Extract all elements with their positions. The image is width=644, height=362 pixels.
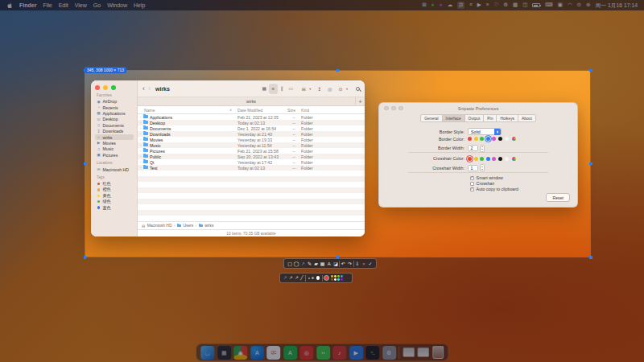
dock-chrome-icon[interactable]: ◉: [233, 346, 247, 360]
dock-wechat-icon[interactable]: ◖◗: [316, 346, 330, 360]
minimize-button[interactable]: [391, 106, 396, 111]
tag-button[interactable]: ◎: [328, 86, 332, 92]
color-swatch-magenta[interactable]: [492, 137, 496, 141]
color-swatch-green[interactable]: [480, 137, 484, 141]
palette-color[interactable]: [331, 275, 333, 278]
palette-color[interactable]: [334, 275, 336, 278]
sidebar-tag-blue[interactable]: 蓝色: [95, 204, 134, 210]
dock-video-app-icon[interactable]: ▶: [349, 346, 363, 360]
column-kind[interactable]: Kind: [301, 108, 309, 113]
text-tool[interactable]: A: [326, 261, 332, 266]
dock-netease-music-icon[interactable]: ♪: [332, 346, 346, 360]
sidebar-tag-yellow[interactable]: 黄色: [95, 193, 134, 199]
column-name[interactable]: Name: [144, 108, 155, 113]
share-button[interactable]: ↥: [317, 86, 321, 92]
list-view-button[interactable]: ≡: [269, 84, 278, 94]
wifi-icon[interactable]: ◠: [568, 2, 572, 8]
sidebar-item-desktop[interactable]: ⊡Desktop: [95, 117, 134, 122]
zoom-button[interactable]: [398, 106, 403, 111]
confirm-button[interactable]: ✓: [367, 261, 374, 266]
sidebar-tag-green[interactable]: 绿色: [95, 199, 134, 204]
tab-hotkeys[interactable]: Hotkeys: [497, 114, 518, 122]
palette-color[interactable]: [334, 278, 336, 281]
sidebar-item-macintosh-hd[interactable]: ⊟Macintosh HD: [95, 167, 134, 172]
dock-red-app-icon[interactable]: ◎: [299, 346, 313, 360]
tab-general[interactable]: General: [420, 114, 442, 122]
palette-color[interactable]: [341, 278, 343, 281]
custom-color-swatch[interactable]: [512, 157, 516, 161]
palette-color[interactable]: [337, 275, 340, 278]
stroke-size-small[interactable]: [308, 278, 310, 279]
icon-view-button[interactable]: ▦: [260, 84, 269, 94]
tab-output[interactable]: Output: [465, 114, 485, 122]
path-item-wirks[interactable]: wirks: [204, 224, 213, 228]
resize-handle[interactable]: [84, 162, 87, 166]
marker-tool[interactable]: ▰: [313, 261, 320, 266]
sidebar-item-documents[interactable]: ▯Documents: [95, 122, 134, 128]
arrow-style-medium[interactable]: ↗: [289, 276, 293, 281]
sidebar-item-pictures[interactable]: ▣Pictures: [95, 152, 134, 158]
resize-handle[interactable]: [336, 69, 340, 72]
smart-window-checkbox[interactable]: ✓ Smart window: [470, 175, 503, 180]
undo-button[interactable]: ↶: [340, 261, 346, 266]
mosaic-tool[interactable]: ▦: [320, 261, 326, 266]
apple-menu-icon[interactable]: [6, 2, 13, 9]
dock-green-a-app-icon[interactable]: A: [283, 346, 297, 360]
tab-about[interactable]: About: [518, 114, 536, 122]
border-style-dropdown[interactable]: Solid: [468, 128, 502, 135]
arrow-tool[interactable]: ↗: [299, 261, 306, 266]
stage-manager-icon[interactable]: ◫: [522, 2, 527, 8]
stepper-arrows[interactable]: [480, 145, 485, 152]
table-row[interactable]: ›DownloadsYesterday at 21:40--Folder: [138, 131, 365, 137]
disclosure-icon[interactable]: ›: [140, 160, 141, 164]
disclosure-icon[interactable]: ›: [140, 154, 141, 158]
disclosure-icon[interactable]: ›: [140, 121, 141, 125]
disclosure-icon[interactable]: ›: [140, 138, 141, 142]
dock-finder-icon[interactable]: ◡: [200, 346, 214, 360]
green-status-icon[interactable]: ●: [431, 2, 435, 8]
screen-mirroring-icon[interactable]: ▣: [558, 2, 563, 8]
control-center-icon[interactable]: ⊜: [586, 2, 590, 8]
action-menu-button[interactable]: ⊙: [338, 86, 342, 92]
grid-icon[interactable]: ▦: [513, 2, 518, 8]
minimize-button[interactable]: [103, 85, 108, 90]
color-swatch-green[interactable]: [480, 157, 484, 161]
resize-handle[interactable]: [84, 256, 87, 259]
stroke-size-large-selected[interactable]: [316, 276, 320, 280]
stroke-size-medium[interactable]: [312, 277, 314, 279]
color-swatch-blue[interactable]: [486, 157, 490, 161]
purple-status-icon[interactable]: ●: [440, 2, 443, 8]
table-row[interactable]: ›ApplicationsFeb 21, 2023 at 12:35--Fold…: [138, 114, 365, 120]
arrow-style-thin[interactable]: ↗: [283, 276, 287, 281]
eraser-tool[interactable]: ◪: [332, 261, 339, 266]
table-row[interactable]: ›PublicSep 20, 2022 at 13:43--Folder: [138, 154, 365, 159]
tab-pin[interactable]: Pin: [484, 114, 497, 122]
search-icon[interactable]: [356, 87, 360, 91]
reset-button[interactable]: Reset: [546, 193, 570, 202]
color-swatch-white[interactable]: [505, 157, 509, 161]
dock-minimized-window[interactable]: [417, 348, 429, 357]
menu-window[interactable]: Window: [107, 2, 127, 8]
color-swatch-magenta[interactable]: [492, 157, 496, 161]
dock-launchpad-icon[interactable]: ▦: [217, 346, 231, 360]
sidebar-item-recents[interactable]: ◔Recents: [95, 105, 134, 110]
heart-icon[interactable]: ♡: [493, 2, 498, 8]
ellipse-tool[interactable]: ◯: [293, 261, 299, 266]
save-button[interactable]: ⇩: [354, 261, 361, 266]
close-button[interactable]: [95, 85, 100, 90]
disclosure-icon[interactable]: ›: [140, 126, 141, 130]
checkbox-unchecked[interactable]: [470, 182, 474, 186]
back-button[interactable]: ‹: [142, 85, 145, 93]
disclosure-icon[interactable]: ›: [140, 143, 141, 147]
path-item-macintosh-hd[interactable]: Macintosh HD: [147, 224, 172, 228]
input-method-icon[interactable]: 拼: [457, 2, 464, 9]
media-play-icon[interactable]: ▶: [477, 2, 481, 8]
cloud-icon[interactable]: ☁: [448, 2, 453, 8]
color-swatch-red[interactable]: [468, 137, 472, 141]
table-row[interactable]: ›QtYesterday at 17:42--Folder: [138, 159, 365, 165]
disclosure-icon[interactable]: ›: [140, 132, 141, 136]
dock-utility-app-icon[interactable]: ⚙: [382, 346, 396, 360]
zoom-button[interactable]: [111, 85, 116, 90]
sidebar-tag-orange[interactable]: 橙色: [95, 187, 134, 192]
color-swatch-blue-selected[interactable]: [486, 137, 490, 141]
